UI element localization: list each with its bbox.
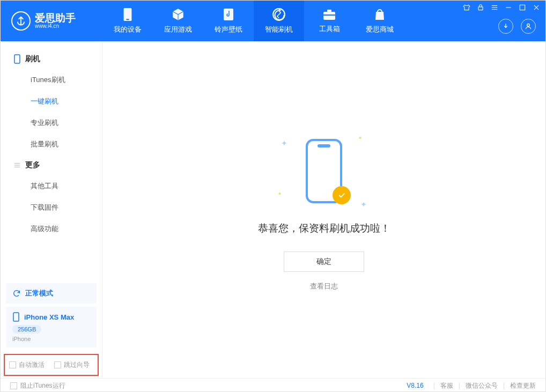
sidebar: 刷机 iTunes刷机 一键刷机 专业刷机 批量刷机 更多 其他工具 下载固件 … xyxy=(1,41,102,378)
tab-label: 铃声壁纸 xyxy=(215,25,242,34)
bag-icon xyxy=(373,8,386,21)
phone-small-icon xyxy=(13,54,21,64)
tab-store[interactable]: 爱思商城 xyxy=(355,1,405,41)
tab-label: 我的设备 xyxy=(114,25,142,34)
tab-apps[interactable]: 应用游戏 xyxy=(153,1,203,41)
titlebar: 爱思助手 www.i4.cn 我的设备 应用游戏 铃声壁纸 智能刷机 工具箱 爱… xyxy=(1,1,545,41)
sidebar-item-advanced[interactable]: 高级功能 xyxy=(1,218,102,240)
svg-rect-5 xyxy=(327,10,331,12)
view-log-link[interactable]: 查看日志 xyxy=(310,282,338,291)
maximize-button[interactable] xyxy=(519,4,526,13)
support-link[interactable]: 客服 xyxy=(440,381,453,390)
svg-rect-4 xyxy=(323,12,335,20)
sidebar-group-flash: 刷机 xyxy=(1,49,102,69)
tab-my-device[interactable]: 我的设备 xyxy=(102,1,153,41)
tab-label: 爱思商城 xyxy=(366,25,394,34)
user-icon[interactable] xyxy=(521,19,536,34)
checkbox-icon[interactable] xyxy=(10,382,17,389)
checkbox-auto-activate[interactable]: 自动激活 xyxy=(9,360,45,369)
window-controls xyxy=(463,4,540,13)
storage-badge: 256GB xyxy=(12,325,41,334)
sidebar-item-oneclick-flash[interactable]: 一键刷机 xyxy=(1,91,102,112)
sidebar-group-more: 更多 xyxy=(1,155,102,175)
svg-rect-16 xyxy=(14,55,20,63)
sidebar-item-itunes-flash[interactable]: iTunes刷机 xyxy=(1,69,102,91)
refresh-icon xyxy=(272,8,286,21)
device-panel[interactable]: iPhone XS Max 256GB iPhone xyxy=(6,307,97,347)
device-name: iPhone XS Max xyxy=(24,313,74,321)
sync-icon xyxy=(12,289,21,298)
check-badge-icon xyxy=(333,186,351,204)
mode-label: 正常模式 xyxy=(25,289,53,298)
menu-icon[interactable] xyxy=(491,4,498,13)
tab-label: 工具箱 xyxy=(319,24,340,34)
checkbox-icon xyxy=(9,361,16,368)
check-update-link[interactable]: 检查更新 xyxy=(510,381,536,390)
toolbox-icon xyxy=(322,8,336,21)
svg-rect-2 xyxy=(224,9,233,20)
logo-icon xyxy=(11,11,31,31)
sidebar-item-pro-flash[interactable]: 专业刷机 xyxy=(1,112,102,134)
minimize-button[interactable] xyxy=(505,4,512,13)
tab-ringtones[interactable]: 铃声壁纸 xyxy=(203,1,254,41)
cube-icon xyxy=(171,8,185,21)
success-message: 恭喜您，保资料刷机成功啦！ xyxy=(258,221,390,235)
tab-flash[interactable]: 智能刷机 xyxy=(254,1,304,41)
svg-point-15 xyxy=(527,24,530,26)
sidebar-item-download-fw[interactable]: 下载固件 xyxy=(1,197,102,218)
checkbox-icon xyxy=(54,361,61,368)
phone-icon xyxy=(12,312,20,322)
success-illustration: ✦ • • ✦ xyxy=(270,128,378,214)
svg-rect-6 xyxy=(323,14,335,16)
svg-rect-20 xyxy=(13,313,19,321)
wechat-link[interactable]: 微信公众号 xyxy=(466,381,498,390)
nav-tabs: 我的设备 应用游戏 铃声壁纸 智能刷机 工具箱 爱思商城 xyxy=(102,1,405,41)
lock-icon[interactable] xyxy=(477,4,484,13)
block-itunes-label[interactable]: 阻止iTunes运行 xyxy=(20,381,65,390)
app-title: 爱思助手 xyxy=(35,13,76,23)
mode-panel[interactable]: 正常模式 xyxy=(6,283,97,304)
app-subtitle: www.i4.cn xyxy=(35,23,76,29)
sidebar-item-batch-flash[interactable]: 批量刷机 xyxy=(1,134,102,155)
version-label: V8.16 xyxy=(407,382,423,389)
device-icon xyxy=(122,8,134,21)
sidebar-item-other-tools[interactable]: 其他工具 xyxy=(1,175,102,197)
checkbox-skip-guide[interactable]: 跳过向导 xyxy=(54,360,90,369)
download-icon[interactable] xyxy=(498,19,513,34)
shirt-icon[interactable] xyxy=(463,4,470,13)
svg-rect-1 xyxy=(126,19,129,20)
confirm-button[interactable]: 确定 xyxy=(284,252,364,272)
close-button[interactable] xyxy=(533,4,540,13)
tab-toolbox[interactable]: 工具箱 xyxy=(304,1,355,41)
tab-label: 应用游戏 xyxy=(164,25,192,34)
device-type: iPhone xyxy=(12,336,90,342)
statusbar: 阻止iTunes运行 V8.16 | 客服 | 微信公众号 | 检查更新 xyxy=(1,378,545,392)
logo: 爱思助手 www.i4.cn xyxy=(1,11,102,31)
main-content: ✦ • • ✦ 恭喜您，保资料刷机成功啦！ 确定 查看日志 xyxy=(102,41,545,378)
svg-rect-7 xyxy=(478,7,483,10)
tab-label: 智能刷机 xyxy=(265,25,293,34)
svg-rect-12 xyxy=(520,5,525,10)
list-icon xyxy=(13,161,21,169)
music-icon xyxy=(222,8,235,21)
highlighted-options: 自动激活 跳过向导 xyxy=(4,354,99,376)
